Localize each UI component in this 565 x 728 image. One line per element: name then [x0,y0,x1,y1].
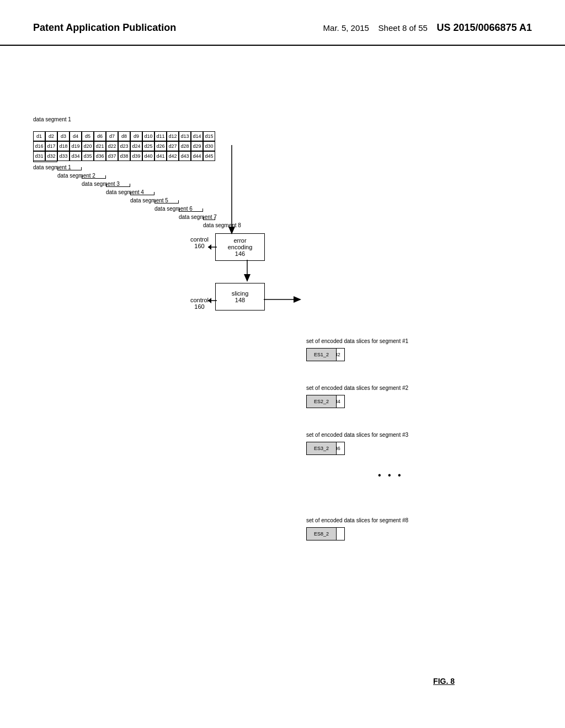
cell-d17: d17 [45,141,57,151]
cell-d4: d4 [70,131,82,141]
encoded-label-2: set of encoded data slices for segment #… [306,385,408,391]
encoded-label-1: set of encoded data slices for segment #… [306,338,408,344]
seg2-line [57,170,82,170]
publication-title: Patent Application Publication [33,22,176,34]
slicing-block: slicing148 [215,283,265,311]
cell-d37: d37 [106,151,118,161]
arrow-grid-to-error [204,145,259,242]
page-header: Patent Application Publication Mar. 5, 2… [0,0,565,46]
arrow-slicing-output [264,291,308,308]
cell-d40: d40 [142,151,154,161]
cell-d21: d21 [94,141,106,151]
seg7-line [179,211,203,212]
seg6-tick-l [154,200,155,204]
seg7-tick-r [202,208,203,212]
ellipsis-dots: • • • [378,470,403,480]
cell-d2: d2 [45,131,57,141]
es1-2: ES1_2 [306,348,337,361]
cell-d15: d15 [203,131,215,141]
cell-d26: d26 [154,141,167,151]
sheet-info: Sheet 8 of 55 [379,23,428,33]
cell-d18: d18 [57,141,70,151]
cell-d11: d11 [154,131,167,141]
seg4-tick-r [130,184,130,187]
seg5-tick-r [154,192,154,195]
cell-d8: d8 [118,131,130,141]
seg4-line [106,186,130,187]
seg7-tick-l [179,208,179,212]
svg-marker-7 [208,298,211,303]
cell-d28: d28 [179,141,191,151]
cell-d14: d14 [191,131,203,141]
cell-d16: d16 [33,141,45,151]
segment1-label: data segment 1 [33,116,71,122]
seg8-tick-l [203,217,204,220]
pub-date: Mar. 5, 2015 [323,23,369,33]
figure-label: FIG. 8 [433,677,455,686]
arrow-control-to-error [207,242,218,253]
seg3-tick-l [82,175,82,179]
svg-marker-3 [244,274,250,282]
arrow-error-to-slicing [236,260,258,286]
cell-d24: d24 [130,141,142,151]
seg2-tick-r [81,167,82,170]
cell-d41: d41 [154,151,167,161]
seg2-tick-l [57,167,58,170]
cell-d12: d12 [167,131,179,141]
seg1-line [33,162,57,162]
svg-marker-1 [228,227,235,234]
cell-d44: d44 [191,151,203,161]
encoded-label-3: set of encoded data slices for segment #… [306,432,408,438]
cell-d5: d5 [82,131,94,141]
cell-d36: d36 [94,151,106,161]
cell-d1: d1 [33,131,45,141]
cell-d31: d31 [33,151,45,161]
seg1-tick-l [33,159,34,162]
seg5-tick-l [130,192,131,195]
encoded-label-8: set of encoded data slices for segment #… [306,517,408,523]
cell-d29: d29 [191,141,203,151]
cell-d10: d10 [142,131,154,141]
cell-d33: d33 [57,151,70,161]
cell-d35: d35 [82,151,94,161]
cell-d42: d42 [167,151,179,161]
cell-d23: d23 [118,141,130,151]
header-info: Mar. 5, 2015 Sheet 8 of 55 US 2015/00668… [323,22,532,34]
cell-d9: d9 [130,131,142,141]
cell-d43: d43 [179,151,191,161]
seg1-tick-r [57,159,57,162]
pub-number: US 2015/0066875 A1 [437,22,532,33]
cell-d25: d25 [142,141,154,151]
cell-d20: d20 [82,141,94,151]
seg6-tick-r [178,200,179,204]
es3-2: ES3_2 [306,442,337,455]
cell-d38: d38 [118,151,130,161]
cell-d19: d19 [70,141,82,151]
cell-d39: d39 [130,151,142,161]
cell-d13: d13 [179,131,191,141]
svg-marker-9 [294,296,301,303]
cell-d22: d22 [106,141,118,151]
control-label-bottom: control160 [190,297,209,310]
cell-d27: d27 [167,141,179,151]
cell-d7: d7 [106,131,118,141]
svg-marker-5 [208,244,211,250]
cell-d32: d32 [45,151,57,161]
cell-d3: d3 [57,131,70,141]
figure-area: data segment 1 d1 d2 d3 d4 d5 d6 d7 d8 d… [0,46,565,719]
seg6-line [154,203,179,204]
seg4-tick-l [106,184,106,187]
seg3-tick-r [105,175,106,179]
es8-2: ES8_2 [306,527,337,540]
seg5-line [130,195,154,195]
arrow-control-to-slicing [207,295,218,306]
cell-d34: d34 [70,151,82,161]
cell-d6: d6 [94,131,106,141]
seg3-line [82,178,106,179]
es2-2: ES2_2 [306,395,337,408]
